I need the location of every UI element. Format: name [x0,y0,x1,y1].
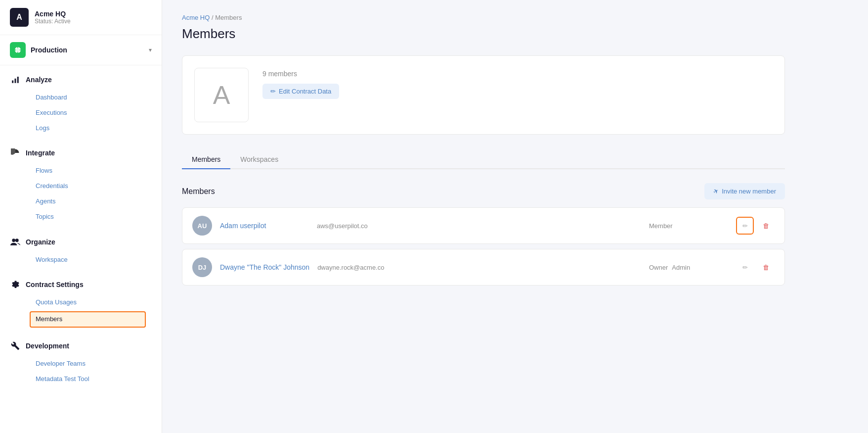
workspace-icon [10,42,26,58]
sidebar-item-developer-teams[interactable]: Developer Teams [10,356,152,372]
workspace-selector[interactable]: Production ▾ [0,35,162,65]
sidebar-section-development: Development Developer Teams Metadata Tes… [0,332,162,390]
send-icon: ✈ [712,187,720,195]
edit-pencil-icon: ✏ [742,222,748,230]
tab-members[interactable]: Members [182,150,230,169]
sidebar-item-credentials[interactable]: Credentials [10,179,152,194]
workspace-name: Production [31,46,144,54]
edit-pencil-icon: ✏ [742,264,748,271]
sidebar: A Acme HQ Status: Active Production ▾ An… [0,0,162,433]
edit-member-button[interactable]: ✏ [736,258,754,276]
member-row: AU Adam userpilot aws@userpilot.co Membe… [182,207,785,244]
sidebar-section-contract-settings: Contract Settings Quota Usages Members [0,270,162,332]
role-badge-admin: Admin [672,264,690,271]
svg-rect-1 [16,48,20,52]
sidebar-item-executions[interactable]: Executions [10,105,152,121]
svg-point-5 [12,239,15,242]
delete-member-button[interactable]: 🗑 [757,217,775,235]
page-title: Members [182,26,785,42]
member-avatar: DJ [192,257,212,277]
organize-section-title: Organize [26,238,55,246]
gear-icon [10,279,21,290]
tabs-row: Members Workspaces [182,150,785,169]
org-avatar: A [10,8,29,27]
delete-trash-icon: 🗑 [763,222,769,230]
sidebar-section-analyze: Analyze Dashboard Executions Logs [0,65,162,139]
breadcrumb-org-link[interactable]: Acme HQ [182,14,210,21]
members-section-header: Members ✈ Invite new member [182,183,785,199]
edit-contract-button[interactable]: ✏ Edit Contract Data [262,84,339,99]
invite-new-member-button[interactable]: ✈ Invite new member [704,183,785,199]
breadcrumb: Acme HQ / Members [182,14,785,21]
member-actions: ✏ 🗑 [736,258,775,276]
role-badge-owner: Owner [649,264,668,271]
tab-workspaces[interactable]: Workspaces [230,150,288,169]
sidebar-item-quota-usages[interactable]: Quota Usages [10,295,152,310]
people-icon [10,237,21,247]
sidebar-section-integrate: Integrate Flows Credentials Agents Topic… [0,139,162,227]
role-badge: Member [649,222,673,230]
org-status: Status: Active [35,18,71,25]
sidebar-org-header: A Acme HQ Status: Active [0,0,162,35]
pie-chart-icon [10,147,21,158]
svg-rect-2 [12,81,13,83]
member-avatar: AU [192,216,212,236]
sidebar-section-organize: Organize Workspace [0,228,162,271]
org-card: A 9 members ✏ Edit Contract Data [182,55,785,135]
svg-rect-4 [17,77,19,83]
sidebar-item-metadata-test-tool[interactable]: Metadata Test Tool [10,372,152,387]
members-count: 9 members [262,70,339,78]
main-content: Acme HQ / Members Members A 9 members ✏ … [162,0,868,433]
member-email: aws@userpilot.co [317,222,641,230]
integrate-section-title: Integrate [26,149,55,157]
bar-chart-icon [10,74,21,85]
contract-settings-section-title: Contract Settings [26,281,84,289]
sidebar-item-logs[interactable]: Logs [10,121,152,136]
chevron-down-icon: ▾ [149,47,152,53]
delete-trash-icon: 🗑 [763,264,769,271]
delete-member-button[interactable]: 🗑 [757,258,775,276]
member-email: dwayne.rock@acme.co [317,264,641,271]
sidebar-item-agents[interactable]: Agents [10,194,152,209]
development-section-title: Development [26,342,69,350]
org-info: Acme HQ Status: Active [35,10,71,25]
org-card-details: 9 members ✏ Edit Contract Data [262,68,339,99]
breadcrumb-current: Members [215,14,242,21]
pencil-icon: ✏ [270,88,276,95]
svg-point-6 [15,239,19,242]
members-section-title: Members [182,187,215,196]
sidebar-item-dashboard[interactable]: Dashboard [10,90,152,105]
sidebar-item-members[interactable]: Members [30,311,146,328]
member-actions: ✏ 🗑 [736,217,775,235]
svg-rect-3 [15,79,16,83]
sidebar-item-flows[interactable]: Flows [10,163,152,179]
org-name: Acme HQ [35,10,71,18]
member-row: DJ Dwayne "The Rock" Johnson dwayne.rock… [182,249,785,286]
edit-member-button[interactable]: ✏ [736,217,754,235]
sidebar-item-topics[interactable]: Topics [10,209,152,225]
member-name: Dwayne "The Rock" Johnson [220,263,309,271]
org-logo: A [194,68,249,122]
member-roles: Member [649,222,728,230]
sidebar-item-workspace[interactable]: Workspace [10,252,152,268]
wrench-icon [10,340,21,351]
member-name: Adam userpilot [220,222,309,230]
member-roles: Owner Admin [649,264,728,271]
analyze-section-title: Analyze [26,76,52,84]
